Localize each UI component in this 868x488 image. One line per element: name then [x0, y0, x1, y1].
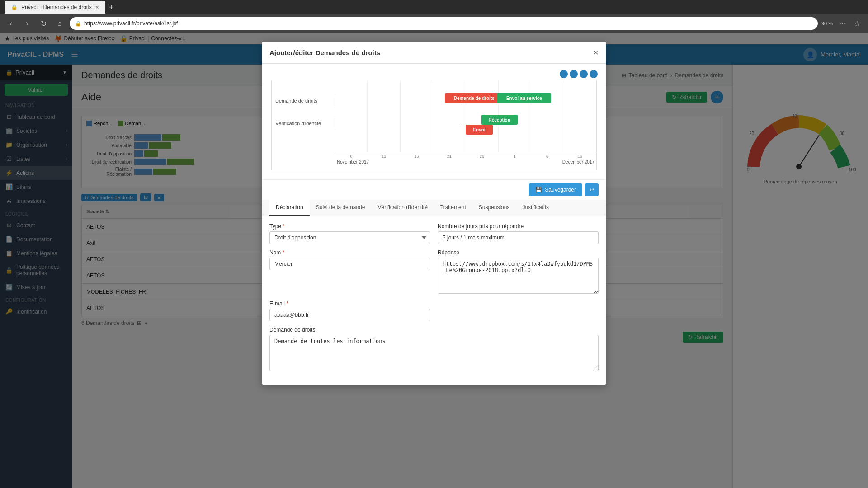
modal-title: Ajouter/éditer Demandes de droits — [269, 49, 380, 56]
demande-textarea[interactable]: Demande de toutes les informations — [269, 335, 599, 371]
modal-overlay[interactable]: Ajouter/éditer Demandes de droits × Dema… — [0, 33, 868, 488]
gantt-col-7 — [564, 80, 596, 152]
gantt-row-label-1: Vérification d'identité — [272, 119, 335, 128]
gantt-grid-area: Demande de droits Envoi au service Récep… — [335, 80, 596, 152]
axis-label-6: 6 — [531, 154, 564, 159]
gantt-bar-reception[interactable]: Réception — [481, 115, 518, 125]
nom-label: Nom * — [269, 249, 430, 256]
tab-suivi-de-la-demande[interactable]: Suivi de la demande — [310, 200, 372, 216]
home-button[interactable]: ⌂ — [53, 17, 66, 30]
bookmark-button[interactable]: ☆ — [851, 17, 863, 30]
reload-button[interactable]: ↻ — [37, 17, 50, 30]
form-row-nom-reponse: Nom * Réponse https://www.dropbox.com/s/… — [269, 249, 599, 295]
save-button[interactable]: 💾 Sauvegarder — [529, 183, 582, 196]
reponse-textarea[interactable]: https://www.dropbox.com/s/1tx4la3wfybukd… — [438, 258, 599, 294]
gantt-nav-circle-3[interactable] — [580, 70, 588, 78]
gantt-month-labels: November 2017 December 2017 — [335, 159, 596, 164]
type-select[interactable]: Droit d'accès Droit d'opposition Portabi… — [269, 231, 430, 244]
gantt-bar-demande-de-droits[interactable]: Demande de droits — [445, 93, 504, 103]
back-button[interactable]: ‹ — [5, 17, 17, 30]
nom-input[interactable] — [269, 258, 430, 270]
form-group-nom: Nom * — [269, 249, 430, 295]
jours-input[interactable] — [438, 231, 599, 244]
gantt-axis: 6 11 16 21 26 1 6 16 November 2017 Decem… — [335, 152, 596, 170]
tab-verification-identite[interactable]: Vérification d'identité — [371, 200, 434, 216]
gantt-nav-circle-4[interactable] — [590, 70, 598, 78]
back-button[interactable]: ↩ — [585, 183, 599, 196]
form-group-spacer — [438, 300, 599, 321]
reponse-label: Réponse — [438, 249, 599, 256]
axis-label-5: 1 — [498, 154, 531, 159]
zoom-level: 90 % — [821, 21, 833, 26]
axis-label-4: 26 — [466, 154, 498, 159]
gantt-nav-circle-2[interactable] — [570, 70, 578, 78]
form-group-reponse: Réponse https://www.dropbox.com/s/1tx4la… — [438, 249, 599, 295]
forward-button[interactable]: › — [21, 17, 33, 30]
modal-toolbar: 💾 Sauvegarder ↩ — [262, 180, 606, 200]
axis-label-3: 21 — [433, 154, 466, 159]
form-group-email: E-mail * — [269, 300, 430, 321]
gantt-header — [267, 68, 601, 80]
form-row-email: E-mail * — [269, 300, 599, 321]
month-label-1: December 2017 — [466, 160, 596, 164]
url-text: https://www.privacil.fr/private/ask/list… — [84, 20, 178, 27]
address-bar[interactable]: 🔒 https://www.privacil.fr/private/ask/li… — [70, 17, 818, 30]
tab-declaration[interactable]: Déclaration — [269, 200, 310, 216]
tab-traitement[interactable]: Traitement — [434, 200, 472, 216]
lock-icon: 🔒 — [75, 21, 81, 27]
save-icon: 💾 — [535, 187, 542, 193]
gantt-row-label-0: Demande de droits — [272, 96, 335, 105]
tab-suspensions[interactable]: Suspensions — [472, 200, 516, 216]
modal: Ajouter/éditer Demandes de droits × Dema… — [262, 42, 606, 385]
menu-button[interactable]: ⋯ — [836, 17, 849, 30]
jours-label: Nombre de jours pris pour répondre — [438, 223, 599, 230]
tab-justificatifs[interactable]: Justificatifs — [516, 200, 555, 216]
new-tab-button[interactable]: + — [109, 3, 114, 12]
axis-label-2: 16 — [401, 154, 433, 159]
form-group-type: Type * Droit d'accès Droit d'opposition … — [269, 223, 430, 244]
gantt-grid-lines — [335, 80, 596, 152]
gantt-col-6 — [531, 80, 564, 152]
form-section: Type * Droit d'accès Droit d'opposition … — [262, 216, 606, 385]
type-required-star: * — [283, 223, 285, 230]
gantt-col-3 — [433, 80, 466, 152]
gantt-connector-line — [462, 98, 462, 125]
email-input[interactable] — [269, 309, 430, 321]
form-group-jours: Nombre de jours pris pour répondre — [438, 223, 599, 244]
axis-label-1: 11 — [368, 154, 400, 159]
tab-title: Privacil | Demandes de droits — [21, 4, 92, 10]
gantt-axis-labels: 6 11 16 21 26 1 6 16 — [335, 152, 596, 159]
gantt-bar-envoi[interactable]: Envoi — [466, 125, 493, 135]
axis-label-0: 6 — [335, 154, 368, 159]
nom-required-star: * — [283, 249, 285, 256]
gantt-bar-envoi-au-service[interactable]: Envoi au service — [497, 93, 551, 103]
modal-header: Ajouter/éditer Demandes de droits × — [262, 42, 606, 64]
form-group-demande: Demande de droits Demande de toutes les … — [269, 327, 599, 372]
month-label-0: November 2017 — [335, 160, 466, 164]
modal-close-button[interactable]: × — [593, 48, 599, 57]
form-row-type-jours: Type * Droit d'accès Droit d'opposition … — [269, 223, 599, 244]
gantt-nav-circle-1[interactable] — [560, 70, 568, 78]
email-label: E-mail * — [269, 300, 430, 307]
modal-tabs: Déclaration Suivi de la demande Vérifica… — [262, 200, 606, 216]
gantt-chart: Demande de droits Vérification d'identit… — [271, 80, 597, 170]
browser-tab[interactable]: 🔒 Privacil | Demandes de droits × — [5, 1, 105, 14]
axis-label-7: 16 — [564, 154, 596, 159]
form-row-demande: Demande de droits Demande de toutes les … — [269, 327, 599, 372]
email-required-star: * — [286, 300, 288, 307]
type-label: Type * — [269, 223, 430, 230]
tab-close-icon[interactable]: × — [95, 4, 99, 11]
gantt-col-0 — [335, 80, 368, 152]
gantt-col-1 — [368, 80, 400, 152]
tab-favicon: 🔒 — [11, 4, 18, 10]
demande-label: Demande de droits — [269, 327, 599, 333]
gantt-col-2 — [401, 80, 433, 152]
gantt-section: Demande de droits Vérification d'identit… — [262, 64, 606, 180]
modal-body: Demande de droits Vérification d'identit… — [262, 64, 606, 385]
